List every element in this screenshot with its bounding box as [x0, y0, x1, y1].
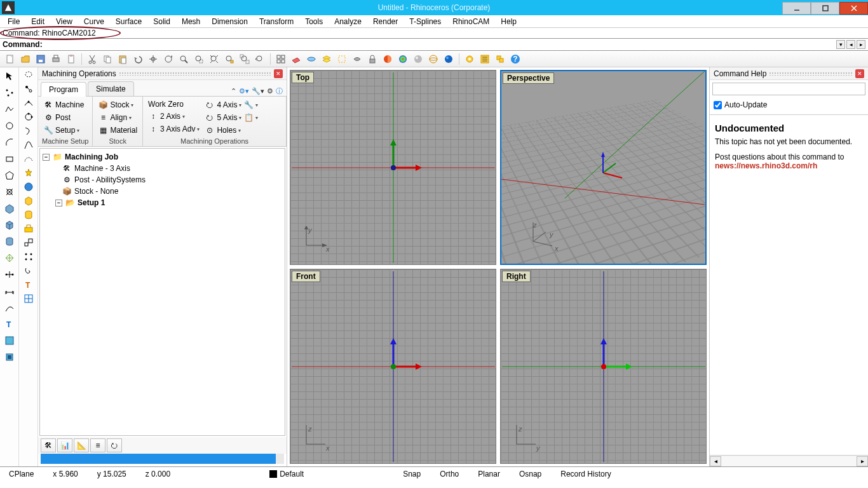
stock-button[interactable]: 📦Stock▾ — [97, 99, 139, 111]
holes-button[interactable]: ⊙Holes▾ — [203, 125, 259, 136]
copy-icon[interactable] — [101, 53, 114, 65]
print-icon[interactable] — [50, 53, 62, 65]
ellipse-icon[interactable] — [3, 186, 17, 198]
menu-help[interactable]: Help — [496, 16, 522, 27]
polygon-icon[interactable] — [3, 169, 17, 182]
menu-edit[interactable]: Edit — [26, 16, 50, 27]
object-props-icon[interactable] — [494, 53, 506, 65]
tab-program[interactable]: Program — [41, 82, 86, 97]
box-icon[interactable] — [24, 196, 34, 206]
rotate-view-icon[interactable] — [162, 53, 175, 65]
collapse-icon-2[interactable]: − — [55, 200, 62, 207]
btab-3[interactable]: 📐 — [74, 438, 89, 452]
zoom-dynamic-icon[interactable] — [177, 53, 190, 65]
toggle-ortho[interactable]: Ortho — [435, 470, 464, 478]
toggle-osnap[interactable]: Osnap — [514, 470, 546, 478]
gear-icon[interactable]: ⚙ — [267, 87, 273, 95]
save-icon[interactable] — [34, 53, 47, 65]
sphere-icon[interactable] — [24, 182, 34, 192]
lasso-icon[interactable] — [24, 70, 34, 80]
expand-icon[interactable]: ⌃ — [231, 87, 236, 95]
align-button[interactable]: ≡Align▾ — [97, 112, 139, 123]
zoom-selected-icon[interactable] — [223, 53, 236, 65]
array-icon[interactable] — [24, 252, 34, 262]
viewport-right[interactable]: Right z y — [500, 269, 707, 464]
menu-transform[interactable]: Transform — [254, 16, 299, 27]
polyline-icon[interactable] — [3, 103, 17, 116]
scale-icon[interactable] — [24, 238, 34, 248]
status-cplane[interactable]: CPlane — [4, 470, 39, 478]
options-icon[interactable] — [463, 53, 476, 65]
cylinder2-icon[interactable] — [24, 210, 34, 220]
btab-1[interactable]: 🛠 — [41, 438, 56, 452]
curve2-icon[interactable] — [24, 126, 34, 136]
solid-icon[interactable] — [3, 219, 17, 231]
close-panel-icon[interactable]: ✕ — [274, 69, 283, 78]
menu-render[interactable]: Render — [368, 16, 403, 27]
toggle-record-history[interactable]: Record History — [555, 470, 616, 478]
post-button[interactable]: ⚙Post — [42, 112, 85, 123]
scroll-right-icon[interactable]: ▸ — [857, 456, 868, 466]
surface-icon[interactable] — [3, 202, 17, 215]
mesh-icon[interactable] — [3, 252, 17, 264]
help-link[interactable]: news://news.rhino3d.com/rh — [715, 161, 817, 170]
named-view-icon[interactable] — [305, 53, 318, 65]
arc-icon[interactable] — [3, 136, 17, 149]
minimize-button[interactable] — [782, 2, 811, 15]
work-zero-button[interactable]: Work Zero — [147, 99, 201, 109]
undo-icon[interactable] — [132, 53, 144, 65]
hatch-icon[interactable] — [3, 334, 17, 347]
menu-rhinocam[interactable]: RhinoCAM — [447, 16, 494, 27]
control-pt-icon[interactable] — [24, 112, 34, 122]
menu-tools[interactable]: Tools — [300, 16, 328, 27]
panel-scrollbar[interactable] — [41, 454, 284, 464]
help-scrollbar[interactable]: ◂▸ — [710, 455, 868, 466]
setup-button[interactable]: 🔧Setup▾ — [42, 125, 85, 136]
text-icon[interactable]: T — [3, 318, 17, 330]
extract-icon[interactable] — [24, 224, 34, 234]
tree-root[interactable]: −📁Machining Job — [43, 151, 282, 163]
btab-4[interactable]: ≡ — [90, 438, 105, 452]
viewport-perspective[interactable]: Perspective z y x — [500, 70, 707, 265]
edit-pt-icon[interactable] — [24, 154, 34, 164]
info-icon[interactable]: ⓘ — [276, 86, 283, 96]
btab-2[interactable]: 📊 — [57, 438, 72, 452]
cplane-icon[interactable] — [290, 53, 302, 65]
cylinder-icon[interactable] — [3, 235, 17, 248]
transform-icon[interactable] — [3, 268, 17, 281]
btab-5[interactable]: ⭮ — [107, 438, 122, 452]
arrow-icon[interactable] — [3, 70, 17, 83]
block-icon[interactable] — [3, 351, 17, 363]
command-input[interactable] — [45, 41, 834, 48]
viewport-top[interactable]: Top y x — [290, 70, 496, 265]
4axis-button[interactable]: ⭮4 Axis▾🔧▾ — [203, 99, 259, 111]
status-layer[interactable]: Default — [269, 470, 304, 478]
toggle-planar[interactable]: Planar — [473, 470, 505, 478]
menu-analyze[interactable]: Analyze — [329, 16, 367, 27]
collapse-icon[interactable]: − — [43, 154, 50, 161]
menu-tsplines[interactable]: T-Splines — [404, 16, 446, 27]
machine-button[interactable]: 🛠Machine — [42, 99, 85, 111]
render-icon[interactable] — [397, 53, 409, 65]
2axis-button[interactable]: ↕2 Axis▾ — [147, 111, 201, 122]
pan-icon[interactable] — [147, 53, 159, 65]
help-icon[interactable]: ? — [509, 53, 522, 65]
tree-item-post[interactable]: ⚙Post - AbilitySystems — [43, 174, 282, 186]
sphere-gray-icon[interactable] — [412, 53, 424, 65]
curve-pt-icon[interactable] — [24, 98, 34, 108]
hide-icon[interactable] — [351, 53, 363, 65]
spiral-icon[interactable] — [24, 266, 34, 276]
cmd-dropdown-icon[interactable]: ▾ — [836, 40, 845, 49]
open-icon[interactable] — [19, 53, 32, 65]
menu-dimension[interactable]: Dimension — [207, 16, 253, 27]
help-panel-title-bar[interactable]: Command Help ✕ — [710, 67, 868, 80]
menu-solid[interactable]: Solid — [148, 16, 175, 27]
lock-icon[interactable] — [366, 53, 379, 65]
menu-mesh[interactable]: Mesh — [177, 16, 205, 27]
clipboard-icon[interactable] — [65, 53, 78, 65]
sphere-blue-icon[interactable] — [442, 53, 455, 65]
text2-icon[interactable]: T — [24, 280, 34, 290]
viewport-front[interactable]: Front z x — [290, 269, 496, 464]
circle-icon[interactable] — [3, 119, 17, 132]
scroll-left-icon[interactable]: ◂ — [710, 456, 721, 466]
